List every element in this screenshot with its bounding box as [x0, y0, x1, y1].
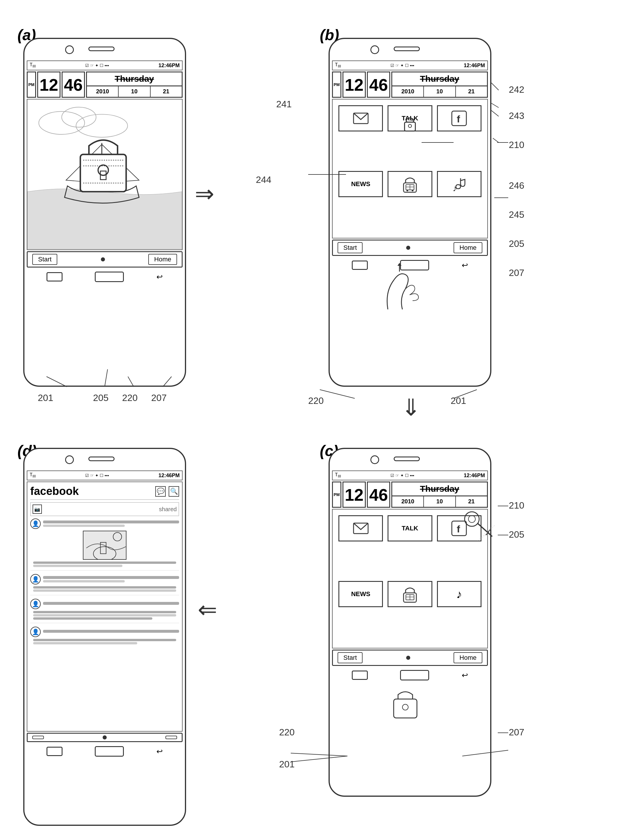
- ampm-a: PM: [27, 72, 36, 98]
- start-btn-d[interactable]: [32, 736, 44, 739]
- status-icons-d: ☑ ☞ ✦ ☐ ▪▪▪: [85, 473, 109, 478]
- camera-a: [65, 46, 74, 54]
- post1-line2: [33, 565, 122, 567]
- key-icon-c: [460, 508, 498, 545]
- hw-buttons-d: ↩: [24, 743, 185, 761]
- app-music-c[interactable]: ♪: [437, 581, 481, 607]
- post3-line1: [33, 611, 176, 613]
- svg-rect-11: [404, 122, 415, 131]
- lock-key-c: [388, 690, 423, 719]
- svg-line-32: [481, 525, 495, 539]
- ref-210-b: 210: [509, 140, 524, 150]
- post1-meta-line: [43, 524, 125, 527]
- home-btn-d[interactable]: [165, 736, 177, 739]
- date-block-b: Thursday 2010 10 21: [391, 72, 488, 98]
- svg-line-50: [491, 111, 499, 116]
- ref-201-b: 201: [451, 395, 466, 406]
- start-btn-b[interactable]: Start: [337, 242, 362, 253]
- hw-area-c: ↩: [330, 667, 490, 719]
- speaker-d: [88, 457, 114, 461]
- time-b: 12:46PM: [464, 62, 485, 69]
- app-talk-b[interactable]: TALK: [388, 105, 432, 131]
- status-bar-b: TIII ☑ ☞ ✦ ☐ ▪▪▪ 12:46PM: [332, 60, 488, 70]
- camera-c: [370, 456, 379, 464]
- home-hw-btn-c[interactable]: [400, 670, 429, 681]
- svg-text:f: f: [457, 113, 460, 124]
- menu-btn-a[interactable]: [47, 272, 62, 281]
- month-c: 10: [424, 496, 456, 507]
- ampm-c: PM: [332, 482, 341, 508]
- svg-line-33: [478, 526, 492, 541]
- app-music-b[interactable]: ♪: [437, 171, 481, 197]
- bottom-nav-b[interactable]: Start Home: [332, 240, 488, 256]
- app-facebook-b[interactable]: f: [437, 105, 481, 131]
- app-email-b[interactable]: [338, 105, 383, 131]
- start-btn-c[interactable]: Start: [337, 652, 362, 663]
- post3-avatar: 👤: [30, 599, 41, 609]
- date-block-a: Thursday 2010 10 21: [86, 72, 183, 98]
- signal-d: TIII: [30, 472, 36, 478]
- speaker-c: [394, 457, 420, 461]
- app-center-lock-c[interactable]: [388, 581, 432, 607]
- hw-area-b: ↩: [330, 257, 490, 315]
- back-btn-c[interactable]: ↩: [462, 671, 468, 680]
- hour-c: 12: [342, 482, 366, 508]
- app-center-lock-b[interactable]: [388, 171, 432, 197]
- fb-chat-icon[interactable]: 💬: [155, 486, 166, 496]
- home-hw-btn-d[interactable]: [95, 746, 124, 757]
- camera-d: [65, 456, 74, 464]
- ref-220-b: 220: [308, 395, 324, 406]
- time-d: 12:46PM: [158, 472, 180, 478]
- home-btn-b[interactable]: Home: [453, 242, 483, 253]
- menu-btn-c[interactable]: [352, 671, 368, 680]
- fb-search-icon[interactable]: 🔍: [169, 486, 179, 496]
- start-btn-a[interactable]: Start: [32, 254, 57, 265]
- ref-207-c: 207: [509, 727, 524, 738]
- app-email-c[interactable]: [338, 515, 383, 541]
- date-a: 21: [151, 87, 182, 97]
- phone-a: TIII ☑ ☞ ✦ ☐ ▪▪▪ 12:46PM PM 12 46 Thursd…: [23, 38, 186, 387]
- hour-b: 12: [342, 72, 366, 98]
- app-talk-c[interactable]: TALK: [388, 515, 432, 541]
- signal-b: TIII: [335, 62, 341, 69]
- app-facebook-c[interactable]: f: [437, 515, 481, 541]
- ref-241-b: 241: [276, 99, 292, 109]
- ref-245-b: 245: [509, 209, 524, 220]
- diagram-container: (a) (b) (c) (d) TIII ☑ ☞ ✦ ☐ ▪▪▪ 12:46PM…: [0, 0, 644, 836]
- time-c: 12:46PM: [464, 472, 485, 478]
- home-hw-btn-a[interactable]: [95, 272, 124, 282]
- bottom-nav-d[interactable]: [27, 733, 183, 742]
- post3-line2: [33, 614, 176, 616]
- date-b: 21: [456, 87, 487, 97]
- home-btn-c[interactable]: Home: [453, 652, 483, 663]
- back-btn-a[interactable]: ↩: [157, 273, 163, 281]
- day-b: Thursday: [391, 72, 488, 87]
- back-btn-b[interactable]: ↩: [462, 261, 468, 270]
- svg-point-27: [465, 512, 479, 526]
- back-btn-d[interactable]: ↩: [157, 747, 163, 756]
- post4-line2: [33, 642, 137, 644]
- post1-name-line: [43, 521, 179, 523]
- year-a: 2010: [87, 87, 119, 97]
- post3-line3: [33, 617, 152, 620]
- home-btn-a[interactable]: Home: [148, 254, 177, 265]
- clock-widget-b: PM 12 46 Thursday 2010 10 21: [332, 72, 488, 98]
- app-screen-b: TALK f NEWS: [332, 99, 488, 238]
- camera-b: [370, 46, 379, 54]
- svg-point-18: [412, 189, 413, 191]
- app-news-b[interactable]: NEWS: [338, 171, 383, 197]
- menu-btn-d[interactable]: [47, 747, 62, 756]
- svg-point-0: [39, 111, 85, 134]
- app-screen-c: TALK f: [332, 509, 488, 648]
- clock-widget-a: PM 12 46 Thursday 2010 10 21: [27, 72, 183, 98]
- fb-camera-icon[interactable]: 📷: [33, 505, 42, 514]
- bottom-nav-a[interactable]: Start Home: [27, 251, 183, 268]
- date-block-c: Thursday 2010 10 21: [391, 482, 488, 508]
- month-b: 10: [424, 87, 456, 97]
- bottom-nav-c[interactable]: Start Home: [332, 650, 488, 666]
- app-news-c[interactable]: NEWS: [338, 581, 383, 607]
- speaker-a: [88, 47, 114, 51]
- svg-line-48: [491, 103, 499, 108]
- date-c: 21: [456, 496, 487, 507]
- post3-name-line: [43, 602, 179, 605]
